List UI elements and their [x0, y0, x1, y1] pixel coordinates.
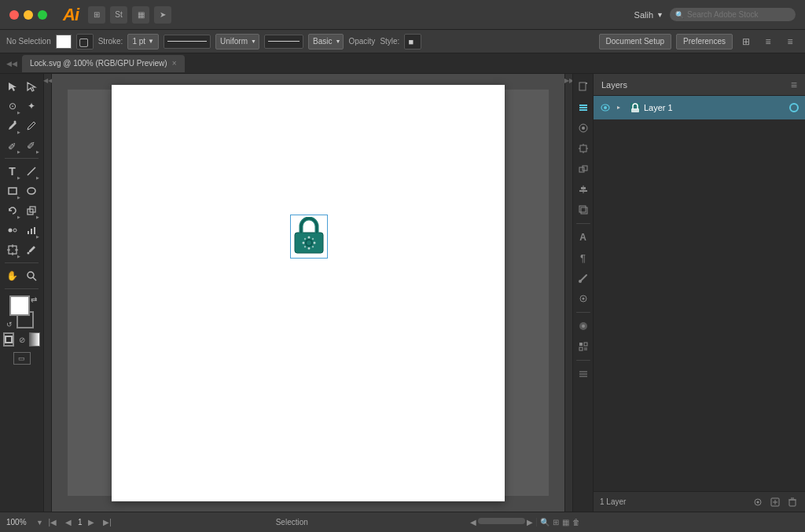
hand-tool[interactable]: ✋	[3, 266, 21, 285]
more-icon[interactable]: ≡	[781, 33, 799, 50]
artboard-icon-btn[interactable]	[575, 140, 592, 157]
layout-icon[interactable]: ▦	[132, 6, 149, 24]
stroke-style-preview[interactable]	[164, 35, 211, 49]
arrange-icon[interactable]: ⊞	[737, 33, 755, 50]
close-button[interactable]	[9, 10, 19, 20]
preferences-button[interactable]: Preferences	[676, 34, 733, 50]
layer-1-visibility-btn[interactable]	[600, 102, 611, 113]
zoom-control[interactable]: 100% ▼	[6, 518, 43, 526]
basic-dropdown[interactable]: Basic	[308, 34, 344, 50]
lasso-tool[interactable]: ⊙ ▶	[3, 97, 21, 116]
graphic-styles-icon-btn[interactable]	[575, 338, 592, 355]
stroke-value-box[interactable]: 1 pt ▼	[127, 34, 159, 50]
add-anchor-tool[interactable]	[22, 116, 40, 135]
line-tool[interactable]: ▶	[22, 162, 40, 181]
status-scrollbar[interactable]	[478, 518, 525, 524]
document-tab[interactable]: Lock.svg @ 100% (RGB/GPU Preview) ×	[22, 55, 185, 72]
align-icon-btn[interactable]	[575, 181, 592, 198]
tab-close-btn[interactable]: ×	[172, 59, 177, 68]
maximize-button[interactable]	[38, 10, 47, 20]
locate-object-btn[interactable]	[752, 496, 764, 508]
layer-1-target-btn[interactable]	[789, 103, 799, 112]
layers-status-icon[interactable]: 🔍	[540, 518, 550, 526]
brush-tool[interactable]: ✏ ▶	[3, 136, 21, 155]
prev-page-btn[interactable]: ◀	[62, 516, 75, 529]
badge-icon[interactable]: St	[110, 6, 127, 24]
library-icon-btn[interactable]	[575, 119, 592, 137]
app-logo: Ai	[63, 5, 79, 25]
pathfinder-icon-btn[interactable]	[575, 201, 592, 218]
none-mode-btn[interactable]: ⊘	[17, 332, 27, 347]
status-left-arrow[interactable]: ◀	[470, 518, 476, 526]
last-page-btn[interactable]: ▶|	[101, 516, 113, 529]
foreground-color-box[interactable]	[9, 295, 30, 316]
transform-icon-btn[interactable]	[575, 160, 592, 178]
tool-row-4: ✏ ▶ ✐ ▶	[3, 136, 40, 155]
scale-tool[interactable]: ▶	[22, 201, 40, 220]
layers-panel-title: Layers	[601, 80, 627, 90]
selection-tool[interactable]	[3, 77, 21, 96]
fill-mode-btn[interactable]	[3, 332, 14, 347]
gradient-mode-btn[interactable]	[29, 332, 40, 347]
appearance-icon-btn[interactable]	[575, 317, 592, 335]
next-page-btn[interactable]: ▶	[85, 516, 97, 529]
traffic-lights[interactable]	[9, 10, 47, 20]
ellipse-tool[interactable]	[22, 182, 40, 200]
symbol-icon-btn[interactable]	[575, 290, 592, 307]
reset-colors-btn[interactable]: ↺	[6, 321, 13, 328]
rotate-tool[interactable]: ▶	[3, 201, 21, 220]
pencil-tool[interactable]: ✐ ▶	[22, 136, 40, 155]
style-box[interactable]: ■	[404, 34, 421, 50]
uniform-dropdown[interactable]: Uniform	[215, 34, 259, 50]
stroke-color-box[interactable]: ▢	[76, 34, 94, 50]
view-status-icon[interactable]: ▦	[562, 518, 569, 526]
blend-tool[interactable]	[3, 221, 21, 240]
typography-icon-btn[interactable]: A	[575, 229, 592, 246]
layer-1-expand-btn[interactable]	[616, 103, 625, 112]
text-tool[interactable]: T ▶	[3, 162, 21, 181]
control-icon-btn[interactable]	[575, 365, 592, 383]
arrow-icon[interactable]: ➤	[154, 6, 171, 24]
artboard[interactable]	[112, 85, 505, 501]
graph-tool[interactable]: ▶	[22, 221, 40, 240]
artboard-tool[interactable]: ▶	[3, 240, 21, 259]
user-name[interactable]: Salih ▼	[634, 10, 663, 20]
svg-rect-2	[9, 188, 17, 194]
layer-1-item[interactable]: Layer 1	[594, 96, 805, 119]
direct-selection-tool[interactable]	[22, 77, 40, 96]
brush-panel-icon-btn[interactable]	[575, 270, 592, 287]
minimize-button[interactable]	[24, 10, 33, 20]
svg-point-16	[27, 252, 29, 255]
pen-tool[interactable]: ▶	[3, 116, 21, 135]
paragraph-icon-btn[interactable]: ¶	[575, 249, 592, 266]
new-layer-btn[interactable]	[769, 496, 781, 508]
eyedropper-tool[interactable]	[22, 240, 40, 259]
document-icon-btn[interactable]	[575, 79, 592, 96]
zoom-tool[interactable]	[22, 266, 40, 285]
svg-rect-43	[583, 166, 587, 171]
left-collapse-btn[interactable]: ◀◀	[6, 60, 17, 68]
delete-layer-btn[interactable]	[786, 496, 799, 508]
document-setup-button[interactable]: Document Setup	[599, 34, 672, 50]
fill-swatch[interactable]	[56, 35, 72, 49]
right-panel-collapse[interactable]: ▶▶	[564, 74, 572, 512]
dash-style-preview[interactable]	[264, 35, 303, 49]
search-input[interactable]	[670, 8, 796, 21]
magic-wand-tool[interactable]: ✦	[22, 97, 40, 116]
canvas-area[interactable]	[52, 74, 564, 512]
svg-point-51	[582, 298, 584, 300]
layers-panel-menu-btn[interactable]: ≡	[791, 79, 797, 91]
align-icon[interactable]: ≡	[759, 33, 777, 50]
svg-point-22	[308, 236, 311, 238]
lock-svg-object[interactable]	[292, 217, 325, 256]
grid-icon[interactable]: ⊞	[88, 6, 105, 24]
delete-status-icon[interactable]: 🗑	[572, 518, 580, 526]
layers-icon-btn[interactable]	[575, 99, 592, 116]
change-screen-mode-btn[interactable]: ▭	[13, 352, 31, 365]
arrange-status-icon[interactable]: ⊞	[553, 518, 559, 526]
rectangle-tool[interactable]: ▶	[3, 182, 21, 200]
left-panel-collapse[interactable]: ◀◀	[44, 74, 52, 512]
swap-colors-btn[interactable]: ⇄	[31, 295, 37, 304]
status-right-arrow[interactable]: ▶	[527, 518, 533, 526]
first-page-btn[interactable]: |◀	[46, 516, 59, 529]
